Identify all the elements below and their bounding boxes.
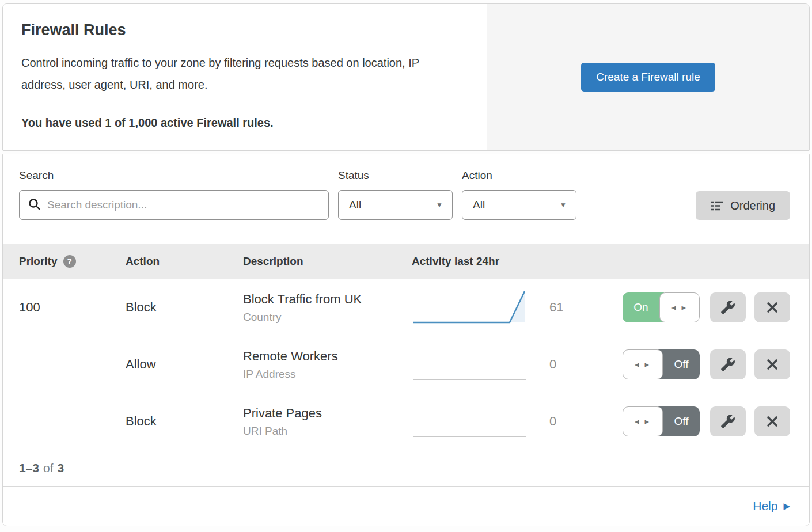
status-filter: Status All ▼ bbox=[338, 169, 453, 220]
wrench-icon bbox=[720, 357, 735, 372]
table-row: 100 Block Block Traffic from UK Country … bbox=[3, 279, 809, 336]
delete-rule-button[interactable] bbox=[754, 406, 790, 436]
activity-count: 0 bbox=[531, 414, 616, 429]
edit-rule-button[interactable] bbox=[710, 292, 746, 322]
ordering-button[interactable]: Ordering bbox=[696, 191, 790, 220]
help-row: Help ▶ bbox=[3, 486, 809, 526]
page-description: Control incoming traffic to your zone by… bbox=[21, 52, 465, 96]
toggle-state-label: On bbox=[623, 292, 664, 322]
search-icon bbox=[28, 198, 41, 211]
pagination-of: of bbox=[43, 461, 54, 475]
column-action: Action bbox=[126, 255, 243, 268]
priority-help-icon[interactable]: ? bbox=[63, 255, 76, 268]
toggle-handle: ◂ ▸ bbox=[659, 292, 700, 322]
help-link[interactable]: Help ▶ bbox=[753, 499, 790, 513]
ordering-button-label: Ordering bbox=[730, 199, 775, 212]
table-header: Priority ? Action Description Activity l… bbox=[3, 244, 809, 279]
table-row: Block Private Pages URI Path 0 Off ◂ ▸ bbox=[3, 393, 809, 450]
help-link-label: Help bbox=[753, 499, 777, 513]
action-filter: Action All ▼ bbox=[462, 169, 576, 220]
toggle-arrows-icon: ◂ ▸ bbox=[635, 359, 651, 370]
toggle-arrows-icon: ◂ ▸ bbox=[635, 416, 651, 427]
column-description: Description bbox=[243, 255, 412, 268]
status-label: Status bbox=[338, 169, 453, 182]
rule-match-type: IP Address bbox=[243, 368, 412, 381]
rule-enable-toggle[interactable]: Off ◂ ▸ bbox=[623, 406, 701, 436]
firewall-rules-page: Firewall Rules Control incoming traffic … bbox=[0, 0, 812, 530]
table-row: Allow Remote Workers IP Address 0 Off ◂ … bbox=[3, 336, 809, 393]
rules-card: Search Status All ▼ Action bbox=[2, 154, 810, 526]
status-select[interactable]: All ▼ bbox=[338, 190, 453, 220]
ordered-list-icon bbox=[711, 200, 723, 211]
chevron-down-icon: ▼ bbox=[436, 201, 443, 209]
close-icon bbox=[765, 301, 779, 314]
rule-description: Private Pages bbox=[243, 406, 412, 421]
header-text-panel: Firewall Rules Control incoming traffic … bbox=[3, 4, 487, 150]
pagination: 1–3 of 3 bbox=[3, 450, 809, 486]
filter-bar: Search Status All ▼ Action bbox=[3, 154, 809, 244]
close-icon bbox=[765, 358, 779, 371]
close-icon bbox=[765, 415, 779, 428]
status-select-value: All bbox=[349, 199, 361, 211]
search-filter: Search bbox=[19, 169, 329, 220]
rule-description: Remote Workers bbox=[243, 349, 412, 364]
header-action-panel: Create a Firewall rule bbox=[487, 4, 809, 150]
header-card: Firewall Rules Control incoming traffic … bbox=[2, 3, 810, 151]
create-firewall-rule-button[interactable]: Create a Firewall rule bbox=[581, 63, 715, 92]
activity-sparkline bbox=[412, 400, 531, 443]
pagination-range: 1–3 bbox=[19, 461, 39, 475]
rule-match-type: URI Path bbox=[243, 425, 412, 438]
column-priority: Priority bbox=[19, 255, 58, 268]
activity-count: 0 bbox=[531, 357, 616, 372]
toggle-state-label: Off bbox=[658, 349, 700, 379]
search-label: Search bbox=[19, 169, 329, 182]
column-activity: Activity last 24hr bbox=[412, 255, 499, 268]
activity-sparkline bbox=[412, 286, 531, 329]
activity-count: 61 bbox=[531, 300, 616, 315]
toggle-state-label: Off bbox=[658, 406, 700, 436]
delete-rule-button[interactable] bbox=[754, 292, 790, 322]
rule-enable-toggle[interactable]: Off ◂ ▸ bbox=[623, 349, 701, 379]
rule-description: Block Traffic from UK bbox=[243, 292, 412, 307]
rule-action: Block bbox=[126, 300, 243, 315]
forward-triangle-icon: ▶ bbox=[783, 501, 790, 511]
toggle-arrows-icon: ◂ ▸ bbox=[671, 302, 688, 313]
rule-match-type: Country bbox=[243, 311, 412, 324]
rule-action: Allow bbox=[126, 357, 243, 372]
pagination-total: 3 bbox=[58, 461, 64, 475]
search-input[interactable] bbox=[19, 190, 329, 220]
edit-rule-button[interactable] bbox=[710, 349, 746, 379]
rule-enable-toggle[interactable]: On ◂ ▸ bbox=[623, 292, 701, 322]
wrench-icon bbox=[720, 414, 735, 429]
action-label: Action bbox=[462, 169, 576, 182]
action-select[interactable]: All ▼ bbox=[462, 190, 576, 220]
page-title: Firewall Rules bbox=[21, 21, 468, 39]
activity-sparkline bbox=[412, 343, 531, 386]
action-select-value: All bbox=[473, 199, 485, 211]
delete-rule-button[interactable] bbox=[754, 349, 790, 379]
toggle-handle: ◂ ▸ bbox=[623, 349, 663, 379]
usage-note: You have used 1 of 1,000 active Firewall… bbox=[21, 116, 468, 130]
chevron-down-icon: ▼ bbox=[560, 201, 567, 209]
toggle-handle: ◂ ▸ bbox=[623, 406, 663, 436]
wrench-icon bbox=[720, 300, 735, 315]
edit-rule-button[interactable] bbox=[710, 406, 746, 436]
rule-priority: 100 bbox=[19, 300, 126, 315]
rule-action: Block bbox=[126, 414, 243, 429]
